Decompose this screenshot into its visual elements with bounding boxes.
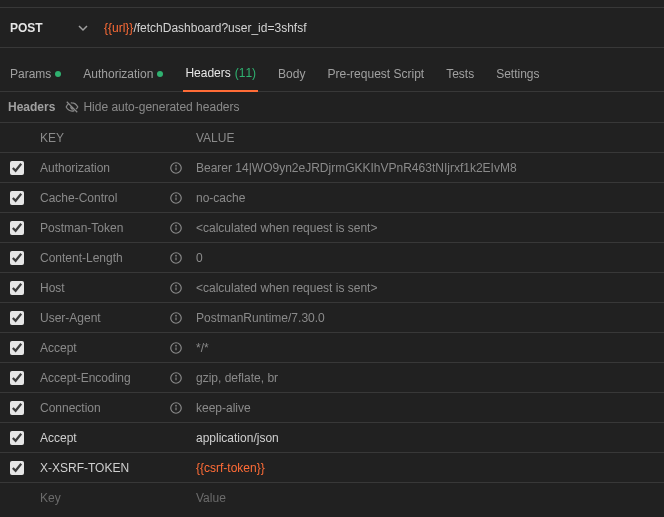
table-row: X-XSRF-TOKEN{{csrf-token}} <box>0 452 664 482</box>
header-value[interactable]: PostmanRuntime/7.30.0 <box>188 311 664 325</box>
header-key[interactable]: Connection <box>34 401 164 415</box>
tab-params[interactable]: Params <box>8 56 63 92</box>
col-value: VALUE <box>188 131 664 145</box>
row-checkbox[interactable] <box>0 311 34 325</box>
tab-body[interactable]: Body <box>276 56 307 92</box>
headers-table: KEY VALUE AuthorizationBearer 14|WO9yn2e… <box>0 122 664 512</box>
header-value[interactable]: no-cache <box>188 191 664 205</box>
row-checkbox[interactable] <box>0 251 34 265</box>
header-key[interactable]: Postman-Token <box>34 221 164 235</box>
header-key[interactable]: Host <box>34 281 164 295</box>
info-icon[interactable] <box>164 341 188 355</box>
row-checkbox[interactable] <box>0 281 34 295</box>
row-checkbox[interactable] <box>0 191 34 205</box>
header-value[interactable]: 0 <box>188 251 664 265</box>
method-select[interactable]: POST <box>8 14 96 42</box>
header-key[interactable]: Accept-Encoding <box>34 371 164 385</box>
new-header-row[interactable]: Key Value <box>0 482 664 512</box>
url-variable: {{url}} <box>104 21 133 35</box>
table-row: Connectionkeep-alive <box>0 392 664 422</box>
svg-point-23 <box>176 375 177 376</box>
table-row: Host<calculated when request is sent> <box>0 272 664 302</box>
table-row: Accept-Encodinggzip, deflate, br <box>0 362 664 392</box>
headers-label: Headers <box>8 100 55 114</box>
header-value[interactable]: {{csrf-token}} <box>188 461 664 475</box>
svg-point-2 <box>176 165 177 166</box>
chevron-down-icon <box>78 23 88 33</box>
svg-point-14 <box>176 285 177 286</box>
info-icon[interactable] <box>164 281 188 295</box>
svg-point-8 <box>176 225 177 226</box>
table-row: Accept*/* <box>0 332 664 362</box>
value-input[interactable]: Value <box>188 491 664 505</box>
header-value[interactable]: Bearer 14|WO9yn2eJRDjrmGKKIhVPnR463tNIjr… <box>188 161 664 175</box>
info-icon[interactable] <box>164 251 188 265</box>
header-key[interactable]: Authorization <box>34 161 164 175</box>
table-row: Acceptapplication/json <box>0 422 664 452</box>
info-icon[interactable] <box>164 311 188 325</box>
row-checkbox[interactable] <box>0 431 34 445</box>
svg-point-11 <box>176 255 177 256</box>
header-key[interactable]: User-Agent <box>34 311 164 325</box>
tab-headers[interactable]: Headers(11) <box>183 56 258 92</box>
header-key[interactable]: Accept <box>34 431 164 445</box>
svg-point-26 <box>176 405 177 406</box>
row-checkbox[interactable] <box>0 221 34 235</box>
status-dot-icon <box>157 71 163 77</box>
table-row: Content-Length0 <box>0 242 664 272</box>
tab-settings[interactable]: Settings <box>494 56 541 92</box>
svg-point-17 <box>176 315 177 316</box>
svg-point-5 <box>176 195 177 196</box>
headers-count: (11) <box>235 66 256 80</box>
hide-autogen-button[interactable]: Hide auto-generated headers <box>65 100 239 114</box>
table-row: Postman-Token<calculated when request is… <box>0 212 664 242</box>
window-topbar <box>0 0 664 8</box>
row-checkbox[interactable] <box>0 161 34 175</box>
headers-subbar: Headers Hide auto-generated headers <box>0 92 664 122</box>
row-checkbox[interactable] <box>0 401 34 415</box>
row-checkbox[interactable] <box>0 461 34 475</box>
url-input[interactable]: {{url}}/fetchDashboard?user_id=3shfsf <box>96 14 656 42</box>
url-path: /fetchDashboard?user_id=3shfsf <box>133 21 306 35</box>
method-label: POST <box>10 21 43 35</box>
request-row: POST {{url}}/fetchDashboard?user_id=3shf… <box>0 8 664 48</box>
header-value[interactable]: application/json <box>188 431 664 445</box>
table-row: AuthorizationBearer 14|WO9yn2eJRDjrmGKKI… <box>0 152 664 182</box>
header-value[interactable]: gzip, deflate, br <box>188 371 664 385</box>
tab-authorization[interactable]: Authorization <box>81 56 165 92</box>
key-input[interactable]: Key <box>34 491 164 505</box>
tab-prerequest[interactable]: Pre-request Script <box>325 56 426 92</box>
table-row: Cache-Controlno-cache <box>0 182 664 212</box>
row-checkbox[interactable] <box>0 371 34 385</box>
info-icon[interactable] <box>164 221 188 235</box>
request-tabs: Params Authorization Headers(11) Body Pr… <box>0 56 664 92</box>
status-dot-icon <box>55 71 61 77</box>
header-key[interactable]: X-XSRF-TOKEN <box>34 461 164 475</box>
header-value[interactable]: keep-alive <box>188 401 664 415</box>
tab-tests[interactable]: Tests <box>444 56 476 92</box>
svg-point-20 <box>176 345 177 346</box>
header-value[interactable]: */* <box>188 341 664 355</box>
eye-off-icon <box>65 100 79 114</box>
col-key: KEY <box>34 131 188 145</box>
table-header-row: KEY VALUE <box>0 122 664 152</box>
info-icon[interactable] <box>164 191 188 205</box>
header-value[interactable]: <calculated when request is sent> <box>188 221 664 235</box>
table-row: User-AgentPostmanRuntime/7.30.0 <box>0 302 664 332</box>
info-icon[interactable] <box>164 161 188 175</box>
header-value[interactable]: <calculated when request is sent> <box>188 281 664 295</box>
info-icon[interactable] <box>164 401 188 415</box>
header-key[interactable]: Content-Length <box>34 251 164 265</box>
header-key[interactable]: Accept <box>34 341 164 355</box>
info-icon[interactable] <box>164 371 188 385</box>
header-key[interactable]: Cache-Control <box>34 191 164 205</box>
row-checkbox[interactable] <box>0 341 34 355</box>
